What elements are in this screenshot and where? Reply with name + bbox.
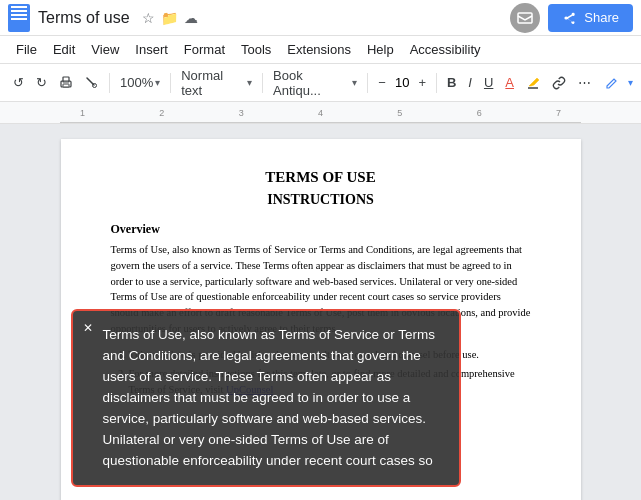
undo-button[interactable]: ↺ xyxy=(8,71,29,94)
share-icon xyxy=(562,10,578,26)
edit-mode-area: ▾ xyxy=(600,72,633,94)
star-icon[interactable]: ☆ xyxy=(142,10,155,26)
toolbar: ↺ ↻ 100% ▾ Normal text ▾ Book Antiqu... … xyxy=(0,64,641,102)
separator-5 xyxy=(436,73,437,93)
menu-bar: File Edit View Insert Format Tools Exten… xyxy=(0,36,641,64)
style-select[interactable]: Normal text ▾ xyxy=(176,65,257,101)
redo-button[interactable]: ↻ xyxy=(31,71,52,94)
separator-3 xyxy=(262,73,263,93)
instructions-title: INSTRUCTIONS xyxy=(111,192,531,208)
share-label: Share xyxy=(584,10,619,25)
print-icon xyxy=(59,76,73,90)
print-button[interactable] xyxy=(54,72,78,94)
menu-tools[interactable]: Tools xyxy=(233,38,279,61)
svg-rect-3 xyxy=(63,84,69,87)
share-button[interactable]: Share xyxy=(548,4,633,32)
tooltip-close-button[interactable]: ✕ xyxy=(83,319,93,338)
avatar[interactable] xyxy=(510,3,540,33)
highlight-icon xyxy=(526,76,540,90)
pencil-icon xyxy=(605,76,619,90)
menu-format[interactable]: Format xyxy=(176,38,233,61)
more-button[interactable]: ⋯ xyxy=(573,71,596,94)
font-select[interactable]: Book Antiqu... ▾ xyxy=(268,65,362,101)
menu-insert[interactable]: Insert xyxy=(127,38,176,61)
font-size-value: 10 xyxy=(393,75,411,90)
tooltip-text: Terms of Use, also known as Terms of Ser… xyxy=(103,325,443,471)
doc-icon xyxy=(8,4,30,32)
edit-mode-chevron: ▾ xyxy=(628,77,633,88)
menu-help[interactable]: Help xyxy=(359,38,402,61)
underline-color-icon: A xyxy=(505,75,514,90)
ruler: 1234567 xyxy=(0,102,641,124)
menu-accessibility[interactable]: Accessibility xyxy=(402,38,489,61)
menu-file[interactable]: File xyxy=(8,38,45,61)
overview-heading: Overview xyxy=(111,222,531,237)
zoom-value: 100% xyxy=(120,75,153,90)
title-bar: Terms of use ☆ 📁 ☁ Share xyxy=(0,0,641,36)
cloud-icon[interactable]: ☁ xyxy=(184,10,198,26)
menu-extensions[interactable]: Extensions xyxy=(279,38,359,61)
document-title: Terms of use xyxy=(38,9,130,27)
edit-mode-button[interactable] xyxy=(600,72,624,94)
menu-view[interactable]: View xyxy=(83,38,127,61)
tooltip-overlay: ✕ Terms of Use, also known as Terms of S… xyxy=(71,309,461,487)
folder-icon[interactable]: 📁 xyxy=(161,10,178,26)
highlight-button[interactable] xyxy=(521,72,545,94)
zoom-chevron: ▾ xyxy=(155,77,160,88)
style-chevron: ▾ xyxy=(247,77,252,88)
main-title: TERMS OF USE xyxy=(111,169,531,186)
separator-4 xyxy=(367,73,368,93)
bold-button[interactable]: B xyxy=(442,71,461,94)
link-icon xyxy=(552,76,566,90)
document-area: TERMS OF USE INSTRUCTIONS Overview Terms… xyxy=(0,124,641,500)
title-icons: ☆ 📁 ☁ xyxy=(142,10,198,26)
link-button[interactable] xyxy=(547,72,571,94)
font-size-minus[interactable]: − xyxy=(373,71,391,94)
font-chevron: ▾ xyxy=(352,77,357,88)
document-page: TERMS OF USE INSTRUCTIONS Overview Terms… xyxy=(61,139,581,500)
paint-button[interactable] xyxy=(80,72,104,94)
strikethrough-button[interactable]: A xyxy=(500,71,519,94)
underline-button[interactable]: U xyxy=(479,71,498,94)
font-size-plus[interactable]: + xyxy=(413,71,431,94)
separator-2 xyxy=(170,73,171,93)
zoom-select[interactable]: 100% ▾ xyxy=(115,72,165,93)
style-value: Normal text xyxy=(181,68,245,98)
menu-edit[interactable]: Edit xyxy=(45,38,83,61)
separator-1 xyxy=(109,73,110,93)
paint-icon xyxy=(85,76,99,90)
italic-button[interactable]: I xyxy=(463,71,477,94)
font-value: Book Antiqu... xyxy=(273,68,350,98)
